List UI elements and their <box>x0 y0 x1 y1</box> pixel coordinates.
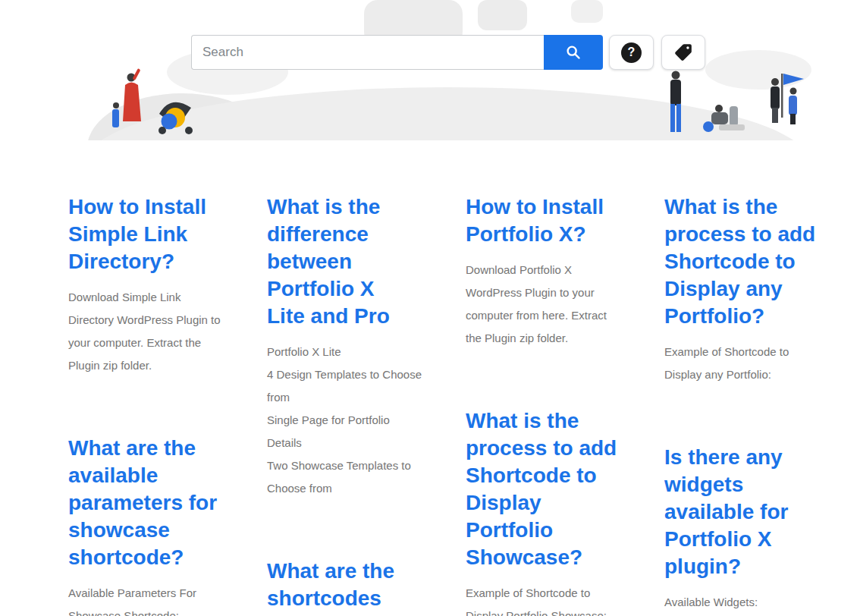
faq-item: What is the process to add Shortcode to … <box>664 193 820 386</box>
faq-item: How to Install Simple Link Directory? Do… <box>68 193 224 377</box>
background-cloud-shape <box>705 50 811 90</box>
people-left-illustration <box>112 68 193 134</box>
faq-column: What is the difference between Portfolio… <box>267 193 422 616</box>
faq-answer: Download Portfolio X WordPress Plugin to… <box>466 259 621 350</box>
faq-answer: Example of Shortcode to Display any Port… <box>664 341 820 386</box>
people-right-illustration <box>670 71 804 133</box>
faq-answer: Available Parameters For Showcase Shortc… <box>68 582 224 616</box>
faq-answer: Portfolio X Lite 4 Design Templates to C… <box>267 341 422 500</box>
help-icon: ? <box>621 42 642 63</box>
hero-illustration <box>0 0 860 140</box>
faq-item: What is the process to add Shortcode to … <box>466 407 621 616</box>
background-building-shape <box>571 0 603 23</box>
tag-icon <box>673 42 693 62</box>
faq-question[interactable]: What are the available parameters for sh… <box>68 435 224 571</box>
faq-answer: Download Simple Link Directory WordPress… <box>68 286 224 377</box>
faq-answer: Example of Shortcode to Display Portfoli… <box>466 582 621 616</box>
background-building-shape <box>478 0 527 30</box>
help-button[interactable]: ? <box>609 35 654 70</box>
faq-question[interactable]: How to Install Simple Link Directory? <box>68 193 224 275</box>
faq-column: How to Install Simple Link Directory? Do… <box>68 193 224 616</box>
faq-question[interactable]: What is the process to add Shortcode to … <box>664 193 820 330</box>
faq-grid: How to Install Simple Link Directory? Do… <box>0 193 860 616</box>
tag-button[interactable] <box>661 35 705 70</box>
faq-question[interactable]: What is the process to add Shortcode to … <box>466 407 621 571</box>
faq-item: What is the difference between Portfolio… <box>267 193 422 500</box>
search-bar: ? <box>191 35 705 70</box>
faq-column: How to Install Portfolio X? Download Por… <box>466 193 621 616</box>
faq-item: What are the available parameters for sh… <box>68 435 224 616</box>
faq-item: Is there any widgets available for Portf… <box>664 444 820 614</box>
faq-answer: Available Widgets: <box>664 591 820 614</box>
faq-item: What are the shortcodes <box>267 558 422 612</box>
faq-question[interactable]: What is the difference between Portfolio… <box>267 193 422 330</box>
ground-mound-shape <box>87 87 808 140</box>
faq-question[interactable]: How to Install Portfolio X? <box>466 193 621 248</box>
faq-question[interactable]: Is there any widgets available for Portf… <box>664 444 820 580</box>
search-button[interactable] <box>544 35 603 70</box>
faq-item: How to Install Portfolio X? Download Por… <box>466 193 621 350</box>
hero-section: ? <box>0 0 860 140</box>
faq-question[interactable]: What are the shortcodes <box>267 558 422 612</box>
faq-column: What is the process to add Shortcode to … <box>664 193 820 616</box>
search-input[interactable] <box>191 35 544 70</box>
ground-mound-shape <box>87 93 277 140</box>
search-icon <box>565 44 582 61</box>
